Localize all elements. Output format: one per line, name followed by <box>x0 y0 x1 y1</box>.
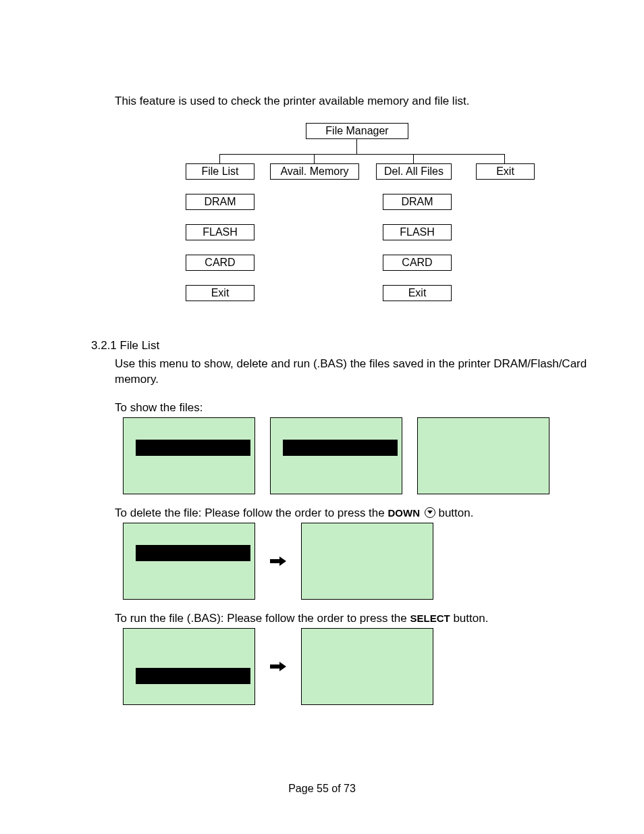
lcd-panel <box>123 628 255 705</box>
tree-col1-dram: DRAM <box>186 194 254 210</box>
run-file-panels <box>123 628 603 705</box>
lcd-panel <box>123 523 255 600</box>
delete-file-label: To delete the file: Please follow the or… <box>115 506 603 520</box>
arrow-right-icon <box>270 661 286 672</box>
down-button-label: DOWN <box>387 507 420 519</box>
lcd-panel <box>301 523 433 600</box>
run-file-label: To run the file (.BAS): Please follow th… <box>115 612 603 625</box>
tree-header-file-list: File List <box>186 163 254 180</box>
show-files-panels <box>123 417 603 494</box>
tree-col3-exit: Exit <box>383 285 452 301</box>
tree-col3-card: CARD <box>383 255 452 271</box>
tree-col1-flash: FLASH <box>186 224 254 240</box>
intro-text: This feature is used to check the printe… <box>115 95 603 108</box>
tree-root: File Manager <box>306 123 408 139</box>
lcd-panel <box>301 628 433 705</box>
select-button-label: SELECT <box>410 613 450 624</box>
tree-header-exit: Exit <box>476 163 535 180</box>
section-description: Use this menu to show, delete and run (.… <box>115 357 603 388</box>
tree-header-del-all: Del. All Files <box>376 163 452 180</box>
tree-header-avail-memory: Avail. Memory <box>270 163 359 180</box>
tree-col1-card: CARD <box>186 255 254 271</box>
show-files-label: To show the files: <box>115 401 603 415</box>
page-footer: Page 55 of 73 <box>0 783 644 795</box>
lcd-panel <box>417 417 549 494</box>
tree-col1-exit: Exit <box>186 285 254 301</box>
lcd-panel <box>270 417 402 494</box>
menu-tree-diagram: File Manager File List Avail. Memory Del… <box>91 123 537 312</box>
section-heading: 3.2.1 File List <box>91 339 603 353</box>
tree-col3-flash: FLASH <box>383 224 452 240</box>
arrow-right-icon <box>270 556 286 567</box>
delete-file-panels <box>123 523 603 600</box>
tree-col3-dram: DRAM <box>383 194 452 210</box>
lcd-panel <box>123 417 255 494</box>
down-arrow-circle-icon <box>425 507 435 518</box>
